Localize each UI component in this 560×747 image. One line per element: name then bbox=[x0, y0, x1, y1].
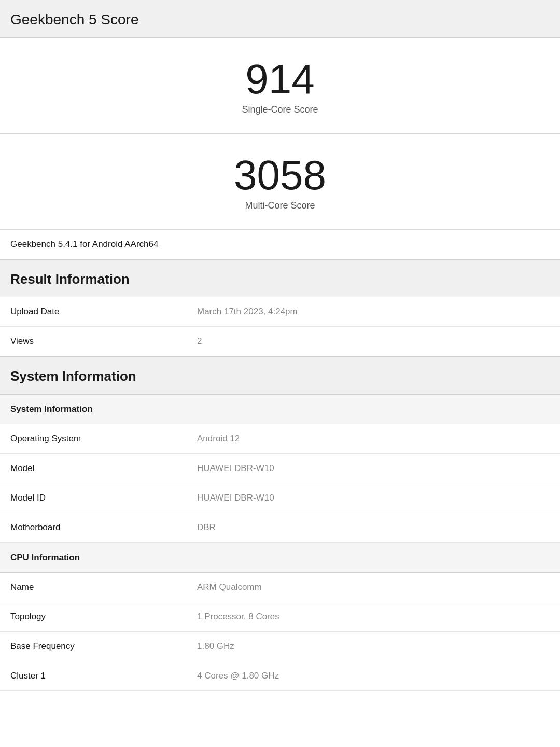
cpu-name-label: Name bbox=[10, 582, 197, 592]
multi-core-section: 3058 Multi-Core Score bbox=[0, 134, 560, 230]
operating-system-row: Operating System Android 12 bbox=[0, 424, 560, 454]
base-frequency-value: 1.80 GHz bbox=[197, 641, 234, 652]
model-row: Model HUAWEI DBR-W10 bbox=[0, 454, 560, 483]
operating-system-label: Operating System bbox=[10, 434, 197, 444]
base-frequency-row: Base Frequency 1.80 GHz bbox=[0, 632, 560, 661]
model-id-label: Model ID bbox=[10, 493, 197, 503]
cluster1-value: 4 Cores @ 1.80 GHz bbox=[197, 671, 279, 681]
topology-label: Topology bbox=[10, 612, 197, 622]
upload-date-row: Upload Date March 17th 2023, 4:24pm bbox=[0, 297, 560, 327]
cluster1-label: Cluster 1 bbox=[10, 671, 197, 681]
cpu-info-subsection-header: CPU Information bbox=[0, 543, 560, 573]
views-row: Views 2 bbox=[0, 327, 560, 356]
single-core-section: 914 Single-Core Score bbox=[0, 38, 560, 134]
motherboard-row: Motherboard DBR bbox=[0, 513, 560, 543]
system-info-subsection-title: System Information bbox=[10, 404, 93, 414]
system-section-header: System Information bbox=[0, 356, 560, 394]
motherboard-value: DBR bbox=[197, 522, 216, 533]
result-section-title: Result Information bbox=[10, 271, 550, 287]
topology-row: Topology 1 Processor, 8 Cores bbox=[0, 602, 560, 632]
single-core-value: 914 bbox=[10, 59, 550, 100]
base-frequency-label: Base Frequency bbox=[10, 641, 197, 652]
views-value: 2 bbox=[197, 336, 202, 347]
model-id-value: HUAWEI DBR-W10 bbox=[197, 493, 274, 503]
motherboard-label: Motherboard bbox=[10, 522, 197, 533]
system-section-title: System Information bbox=[10, 368, 550, 384]
cpu-name-row: Name ARM Qualcomm bbox=[0, 573, 560, 602]
operating-system-value: Android 12 bbox=[197, 434, 240, 444]
page-header: Geekbench 5 Score bbox=[0, 0, 560, 38]
views-label: Views bbox=[10, 336, 197, 347]
upload-date-label: Upload Date bbox=[10, 307, 197, 317]
version-text: Geekbench 5.4.1 for Android AArch64 bbox=[10, 239, 158, 249]
topology-value: 1 Processor, 8 Cores bbox=[197, 612, 279, 622]
system-info-subsection-header: System Information bbox=[0, 394, 560, 424]
cpu-name-value: ARM Qualcomm bbox=[197, 582, 262, 592]
single-core-label: Single-Core Score bbox=[10, 104, 550, 115]
multi-core-value: 3058 bbox=[10, 155, 550, 196]
version-row: Geekbench 5.4.1 for Android AArch64 bbox=[0, 230, 560, 259]
model-value: HUAWEI DBR-W10 bbox=[197, 463, 274, 474]
upload-date-value: March 17th 2023, 4:24pm bbox=[197, 307, 298, 317]
cluster1-row: Cluster 1 4 Cores @ 1.80 GHz bbox=[0, 661, 560, 691]
model-label: Model bbox=[10, 463, 197, 474]
multi-core-label: Multi-Core Score bbox=[10, 200, 550, 211]
model-id-row: Model ID HUAWEI DBR-W10 bbox=[0, 483, 560, 513]
result-section-header: Result Information bbox=[0, 259, 560, 297]
cpu-info-subsection-title: CPU Information bbox=[10, 552, 80, 563]
page-title: Geekbench 5 Score bbox=[10, 11, 550, 28]
